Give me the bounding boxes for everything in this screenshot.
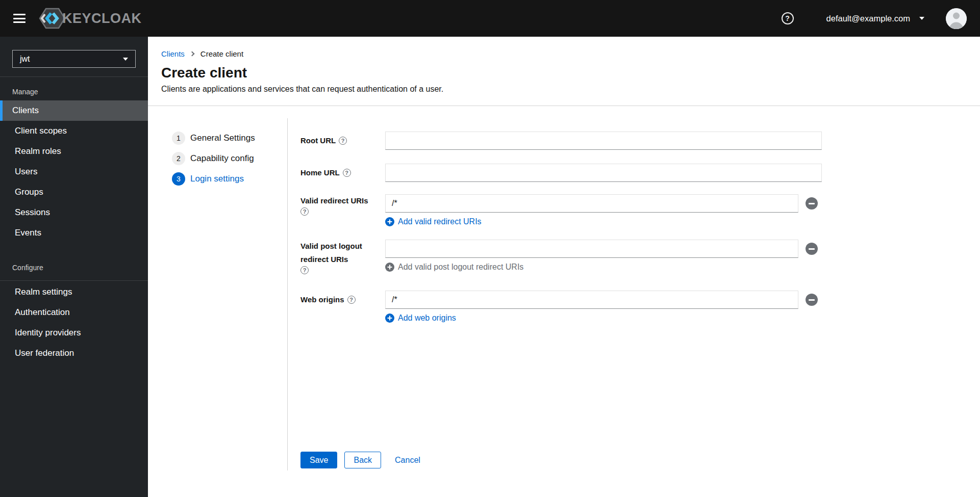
masthead: KEYCLOAK ? default@example.com [0, 0, 980, 37]
sidebar-item-users[interactable]: Users [0, 162, 148, 182]
help-icon[interactable]: ? [782, 12, 794, 24]
valid-redirect-uris-label: Valid redirect URIs ? [300, 194, 385, 216]
home-url-label: Home URL ? [300, 164, 385, 182]
sidebar-item-clients[interactable]: Clients [0, 100, 148, 121]
page-subtitle: Clients are applications and services th… [161, 85, 968, 94]
sidebar-item-sessions[interactable]: Sessions [0, 202, 148, 223]
wizard-step-login-settings[interactable]: 3 Login settings [172, 172, 244, 186]
breadcrumb: Clients Create client [161, 49, 968, 58]
valid-redirect-uri-input[interactable] [385, 194, 798, 213]
sidebar-item-realm-roles[interactable]: Realm roles [0, 141, 148, 162]
sidebar-item-identity-providers[interactable]: Identity providers [0, 323, 148, 343]
sidebar-item-user-federation[interactable]: User federation [0, 343, 148, 363]
wizard-nav: 1 General Settings 2 Capability config 3… [148, 106, 287, 497]
help-icon[interactable]: ? [300, 207, 309, 216]
nav-section-manage: Manage [0, 77, 148, 100]
home-url-input[interactable] [385, 164, 822, 182]
remove-web-origin-icon[interactable] [806, 294, 818, 306]
sidebar: jwt Manage Clients Client scopes Realm r… [0, 37, 148, 497]
web-origin-input[interactable] [385, 291, 798, 309]
chevron-right-icon [189, 51, 194, 57]
form-row-valid-post-logout-redirect-uris: Valid post logout redirect URIs ? Add va… [300, 240, 980, 274]
keycloak-logo-icon [39, 7, 65, 30]
nav-divider [0, 280, 148, 281]
sidebar-item-client-scopes[interactable]: Client scopes [0, 121, 148, 141]
add-web-origins-button[interactable]: Add web origins [385, 313, 456, 323]
step-number-badge: 3 [172, 172, 185, 186]
avatar[interactable] [946, 8, 967, 29]
root-url-label: Root URL ? [300, 132, 385, 150]
remove-redirect-uri-icon[interactable] [806, 197, 818, 210]
add-valid-redirect-uris-button[interactable]: Add valid redirect URIs [385, 217, 482, 226]
help-icon[interactable]: ? [347, 296, 356, 304]
form-action-bar: Save Back Cancel [300, 452, 980, 468]
root-url-input[interactable] [385, 132, 822, 150]
breadcrumb-clients-link[interactable]: Clients [161, 49, 185, 58]
brand-name: KEYCLOAK [62, 11, 142, 27]
plus-circle-icon [385, 313, 394, 323]
realm-name: jwt [20, 55, 30, 64]
chevron-down-icon [919, 17, 924, 20]
sidebar-item-realm-settings[interactable]: Realm settings [0, 282, 148, 302]
valid-post-logout-redirect-uri-input[interactable] [385, 240, 798, 258]
back-button[interactable]: Back [344, 452, 381, 468]
wizard-step-general-settings[interactable]: 1 General Settings [172, 132, 255, 145]
add-valid-post-logout-redirect-uris-button[interactable]: Add valid post logout redirect URIs [385, 263, 523, 272]
web-origins-label: Web origins ? [300, 291, 385, 309]
main-content: Clients Create client Create client Clie… [148, 37, 980, 497]
form-row-root-url: Root URL ? [300, 132, 980, 150]
realm-selector-block: jwt [0, 37, 148, 77]
sidebar-item-authentication[interactable]: Authentication [0, 302, 148, 323]
plus-circle-icon [385, 217, 394, 226]
chevron-down-icon [123, 58, 128, 61]
help-icon[interactable]: ? [300, 266, 309, 274]
help-icon[interactable]: ? [343, 169, 351, 177]
page-title: Create client [161, 65, 968, 81]
user-menu-dropdown[interactable]: default@example.com [826, 14, 924, 23]
step-number-badge: 1 [172, 132, 185, 145]
remove-post-logout-redirect-uri-icon[interactable] [806, 243, 818, 255]
save-button[interactable]: Save [300, 452, 337, 468]
wizard-form-divider [287, 118, 288, 470]
cancel-button[interactable]: Cancel [395, 452, 420, 468]
realm-selector[interactable]: jwt [12, 50, 136, 68]
page-header: Clients Create client Create client Clie… [148, 37, 980, 106]
step-number-badge: 2 [172, 152, 185, 165]
user-email: default@example.com [826, 14, 910, 23]
sidebar-item-events[interactable]: Events [0, 223, 148, 243]
help-icon[interactable]: ? [339, 137, 347, 145]
form-row-valid-redirect-uris: Valid redirect URIs ? Add valid redirect… [300, 194, 980, 226]
nav-toggle-hamburger-icon[interactable] [13, 14, 26, 23]
nav-section-configure: Configure [0, 243, 148, 276]
wizard-step-capability-config[interactable]: 2 Capability config [172, 152, 254, 165]
login-settings-form: Root URL ? Home URL ? [287, 106, 980, 497]
user-avatar-icon [946, 8, 967, 29]
valid-post-logout-redirect-uris-label: Valid post logout redirect URIs ? [300, 240, 385, 274]
breadcrumb-current: Create client [200, 49, 243, 58]
plus-circle-icon [385, 263, 394, 272]
form-row-web-origins: Web origins ? Add web origins [300, 291, 980, 323]
sidebar-item-groups[interactable]: Groups [0, 182, 148, 202]
form-row-home-url: Home URL ? [300, 164, 980, 182]
keycloak-logo: KEYCLOAK [39, 7, 142, 30]
